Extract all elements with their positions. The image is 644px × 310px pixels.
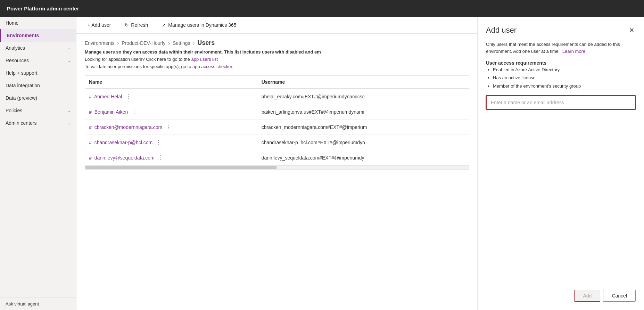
refresh-label: Refresh (131, 22, 148, 28)
sidebar: Home Environments Analytics ⌄ Resources … (0, 17, 76, 310)
sidebar-label-environments: Environments (7, 33, 39, 38)
sidebar-item-resources[interactable]: Resources ⌄ (0, 54, 76, 67)
sidebar-item-data-integration[interactable]: Data integration (0, 79, 76, 92)
table-row: # cbracken@modernniagara.com ⋮ cbracken_… (85, 120, 469, 135)
content-area: + Add user ↻ Refresh ➚ Manage users in D… (76, 17, 477, 310)
user-name-link[interactable]: darin.levy@sequeldata.com (94, 155, 155, 161)
row-more-button[interactable]: ⋮ (154, 138, 164, 146)
panel-requirements-section: User access requirements Enabled in Azur… (486, 60, 636, 90)
table-cell-username: cbracken_modernniagara.com#EXT#@imperium (257, 120, 469, 135)
app-access-checker-link[interactable]: app access checker. (192, 64, 233, 69)
chevron-down-icon: ⌄ (68, 46, 71, 50)
table-cell-name: # Ahmed Helal ⋮ (85, 89, 257, 104)
user-search-input[interactable] (486, 96, 636, 109)
sidebar-item-analytics[interactable]: Analytics ⌄ (0, 42, 76, 54)
sidebar-label-resources: Resources (6, 58, 29, 63)
checker-line: To validate user permissions for specifi… (85, 64, 469, 69)
row-more-button[interactable]: ⋮ (164, 123, 173, 131)
col-name: Name (85, 76, 257, 89)
user-table: Name Username # Ahmed Helal ⋮ ahelal_edr… (85, 76, 469, 165)
horizontal-scrollbar[interactable] (85, 165, 469, 170)
row-more-button[interactable]: ⋮ (156, 154, 166, 162)
scrollbar-thumb (85, 166, 277, 169)
learn-more-link[interactable]: Learn more (562, 49, 585, 54)
hash-icon: # (89, 155, 92, 161)
app-users-line: Looking for application users? Click her… (85, 57, 469, 62)
breadcrumb-settings[interactable]: Settings (173, 40, 190, 46)
table-cell-username: darin.levy_sequeldata.com#EXT#@imperiumd… (257, 150, 469, 165)
sidebar-item-help-support[interactable]: Help + support (0, 67, 76, 79)
requirements-list: Enabled in Azure Active DirectoryHas an … (486, 66, 636, 90)
sidebar-ask-virtual-agent[interactable]: Ask virtual agent (0, 297, 76, 310)
page-description: Manage users so they can access data wit… (76, 49, 477, 75)
table-row: # darin.levy@sequeldata.com ⋮ darin.levy… (85, 150, 469, 165)
page-title: Users (197, 39, 215, 47)
add-user-panel: Add user ✕ Only users that meet the acce… (477, 17, 644, 310)
breadcrumb-sep-3: › (193, 40, 195, 46)
table-row: # chandrasekhar-p@hcl.com ⋮ chandrasekha… (85, 135, 469, 150)
table-cell-username: baiken_arlingtonva.us#EXT#@imperiumdynam… (257, 104, 469, 120)
add-button[interactable]: Add (574, 290, 600, 302)
hash-icon: # (89, 109, 92, 115)
table-header-row: Name Username (85, 76, 469, 89)
sidebar-label-admin-centers: Admin centers (6, 120, 36, 126)
chevron-down-icon: ⌄ (68, 109, 71, 113)
sidebar-label-home: Home (6, 20, 18, 26)
table-cell-name: # Benjamin Aiken ⋮ (85, 104, 257, 120)
row-more-button[interactable]: ⋮ (129, 108, 139, 116)
user-table-container: Name Username # Ahmed Helal ⋮ ahelal_edr… (76, 75, 477, 165)
user-name-link[interactable]: chandrasekhar-p@hcl.com (94, 140, 153, 145)
panel-requirements-title: User access requirements (486, 60, 636, 66)
sidebar-item-environments[interactable]: Environments (0, 29, 76, 42)
user-name-link[interactable]: Benjamin Aiken (94, 109, 128, 115)
hash-icon: # (89, 94, 92, 99)
sidebar-item-policies[interactable]: Policies ⌄ (0, 104, 76, 117)
sidebar-item-home[interactable]: Home (0, 17, 76, 29)
refresh-icon: ↻ (125, 22, 129, 28)
panel-title: Add user (486, 26, 517, 35)
sidebar-item-data-preview[interactable]: Data (preview) (0, 92, 76, 104)
sidebar-label-analytics: Analytics (6, 45, 25, 51)
refresh-button[interactable]: ↻ Refresh (122, 21, 151, 29)
panel-description: Only users that meet the access requirem… (486, 41, 636, 55)
app-title: Power Platform admin center (7, 6, 79, 11)
breadcrumb-product[interactable]: Product-DEV-Hourly (122, 40, 165, 46)
chevron-down-icon: ⌄ (68, 59, 71, 63)
user-name-link[interactable]: cbracken@modernniagara.com (94, 124, 163, 130)
sidebar-label-help-support: Help + support (6, 70, 37, 76)
hash-icon: # (89, 124, 92, 130)
table-scroll: Name Username # Ahmed Helal ⋮ ahelal_edr… (85, 75, 469, 165)
requirement-item: Member of the environment's security gro… (493, 82, 636, 90)
top-bar: Power Platform admin center (0, 0, 644, 17)
panel-header: Add user ✕ (486, 25, 636, 35)
panel-footer: Add Cancel (486, 284, 636, 302)
breadcrumb-sep-1: › (117, 40, 119, 46)
app-users-link[interactable]: app users list (191, 57, 218, 62)
breadcrumb-sep-2: › (168, 40, 170, 46)
breadcrumb: Environments › Product-DEV-Hourly › Sett… (76, 34, 477, 49)
panel-close-button[interactable]: ✕ (628, 25, 636, 35)
breadcrumb-environments[interactable]: Environments (85, 40, 115, 46)
external-link-icon: ➚ (162, 22, 166, 28)
add-user-button[interactable]: + Add user (85, 21, 114, 29)
manage-dynamics-label: Manage users in Dynamics 365 (168, 22, 236, 28)
manage-dynamics-button[interactable]: ➚ Manage users in Dynamics 365 (159, 21, 239, 29)
requirement-item: Has an active license (493, 74, 636, 82)
table-row: # Ahmed Helal ⋮ ahelal_edraky.com#EXT#@i… (85, 89, 469, 104)
cancel-button[interactable]: Cancel (603, 290, 636, 302)
sidebar-label-policies: Policies (6, 108, 22, 113)
sidebar-label-data-preview: Data (preview) (6, 95, 37, 101)
toolbar: + Add user ↻ Refresh ➚ Manage users in D… (76, 17, 477, 34)
hash-icon: # (89, 140, 92, 145)
table-cell-name: # cbracken@modernniagara.com ⋮ (85, 120, 257, 135)
requirement-item: Enabled in Azure Active Directory (493, 66, 636, 74)
description-main: Manage users so they can access data wit… (85, 49, 469, 55)
user-name-link[interactable]: Ahmed Helal (94, 94, 122, 99)
row-more-button[interactable]: ⋮ (123, 92, 133, 100)
table-cell-name: # chandrasekhar-p@hcl.com ⋮ (85, 135, 257, 150)
col-username: Username (257, 76, 469, 89)
chevron-down-icon: ⌄ (68, 121, 71, 125)
table-cell-username: chandrasekhar-p_hcl.com#EXT#@imperiumdyn (257, 135, 469, 150)
sidebar-item-admin-centers[interactable]: Admin centers ⌄ (0, 117, 76, 129)
table-row: # Benjamin Aiken ⋮ baiken_arlingtonva.us… (85, 104, 469, 120)
